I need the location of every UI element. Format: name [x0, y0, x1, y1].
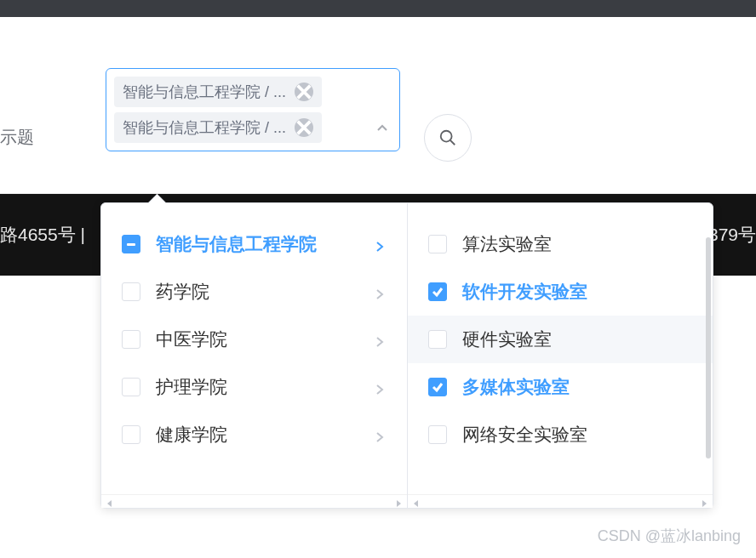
- item-label: 算法实验室: [462, 232, 552, 256]
- scroll-left-icon[interactable]: [411, 497, 421, 507]
- horizontal-scrollbar[interactable]: [408, 494, 713, 508]
- cascader-dropdown: 智能与信息工程学院药学院中医学院护理学院健康学院 算法实验室软件开发实验室硬件实…: [100, 202, 713, 509]
- chevron-up-icon[interactable]: [375, 122, 389, 135]
- partial-label: 示题: [0, 126, 34, 149]
- chevron-right-icon: [373, 285, 387, 299]
- selected-tag: 智能与信息工程学院 / ...: [114, 77, 322, 107]
- cascader-item[interactable]: 健康学院: [101, 411, 407, 458]
- selected-tag: 智能与信息工程学院 / ...: [114, 112, 322, 143]
- svg-point-0: [441, 131, 452, 142]
- scroll-right-icon[interactable]: [699, 497, 709, 507]
- tag-label: 智能与信息工程学院 / ...: [123, 82, 286, 102]
- checkbox-unchecked[interactable]: [122, 282, 140, 301]
- dark-band-right: 379号: [708, 223, 756, 247]
- cascader-item[interactable]: 硬件实验室: [408, 316, 713, 363]
- panel-list: 智能与信息工程学院药学院中医学院护理学院健康学院: [101, 203, 407, 458]
- checkbox-unchecked[interactable]: [428, 425, 447, 444]
- vertical-scrollbar[interactable]: [706, 237, 711, 458]
- search-button[interactable]: [424, 114, 472, 162]
- panel-list: 算法实验室软件开发实验室硬件实验室多媒体实验室网络安全实验室: [408, 203, 713, 458]
- scroll-right-icon[interactable]: [393, 497, 404, 507]
- checkbox-unchecked[interactable]: [428, 330, 447, 349]
- item-label: 药学院: [156, 280, 209, 304]
- close-icon[interactable]: [295, 118, 313, 137]
- cascader-item[interactable]: 软件开发实验室: [408, 268, 713, 316]
- cascader-item[interactable]: 算法实验室: [408, 220, 713, 268]
- dark-band-left: 路4655号 |: [0, 223, 85, 247]
- checkbox-indeterminate[interactable]: [122, 235, 140, 253]
- item-label: 健康学院: [156, 423, 227, 447]
- item-label: 硬件实验室: [462, 327, 552, 351]
- item-label: 中医学院: [156, 327, 227, 351]
- cascader-panel-2: 算法实验室软件开发实验室硬件实验室多媒体实验室网络安全实验室: [408, 203, 713, 508]
- checkbox-unchecked[interactable]: [122, 378, 140, 396]
- horizontal-scrollbar[interactable]: [101, 494, 407, 508]
- top-bar: [0, 0, 756, 17]
- item-label: 护理学院: [156, 375, 227, 399]
- item-label: 智能与信息工程学院: [156, 232, 317, 256]
- tag-label: 智能与信息工程学院 / ...: [123, 117, 286, 138]
- watermark: CSDN @蓝冰lanbing: [598, 526, 741, 546]
- checkbox-unchecked[interactable]: [428, 235, 447, 253]
- cascader-item[interactable]: 网络安全实验室: [408, 411, 713, 458]
- cascader-item[interactable]: 药学院: [101, 268, 407, 316]
- cascader-item[interactable]: 智能与信息工程学院: [101, 220, 407, 268]
- chevron-right-icon: [373, 333, 387, 346]
- checkbox-unchecked[interactable]: [122, 330, 140, 349]
- item-label: 多媒体实验室: [462, 375, 570, 399]
- cascader-panel-1: 智能与信息工程学院药学院中医学院护理学院健康学院: [101, 203, 408, 508]
- close-icon[interactable]: [295, 83, 313, 101]
- header-area: 示题 智能与信息工程学院 / ... 智能与信息工程学院 / ...: [0, 17, 756, 194]
- cascader-item[interactable]: 护理学院: [101, 363, 407, 411]
- checkbox-checked[interactable]: [428, 378, 447, 396]
- cascader-item[interactable]: 中医学院: [101, 316, 407, 363]
- scroll-left-icon[interactable]: [105, 497, 115, 507]
- cascader-item[interactable]: 多媒体实验室: [408, 363, 713, 411]
- checkbox-unchecked[interactable]: [122, 425, 140, 444]
- item-label: 软件开发实验室: [462, 280, 587, 304]
- checkbox-checked[interactable]: [428, 282, 447, 301]
- chevron-right-icon: [373, 380, 387, 394]
- chevron-right-icon: [373, 237, 387, 251]
- cascader-select[interactable]: 智能与信息工程学院 / ... 智能与信息工程学院 / ...: [106, 68, 400, 151]
- item-label: 网络安全实验室: [462, 423, 587, 447]
- chevron-right-icon: [373, 428, 387, 441]
